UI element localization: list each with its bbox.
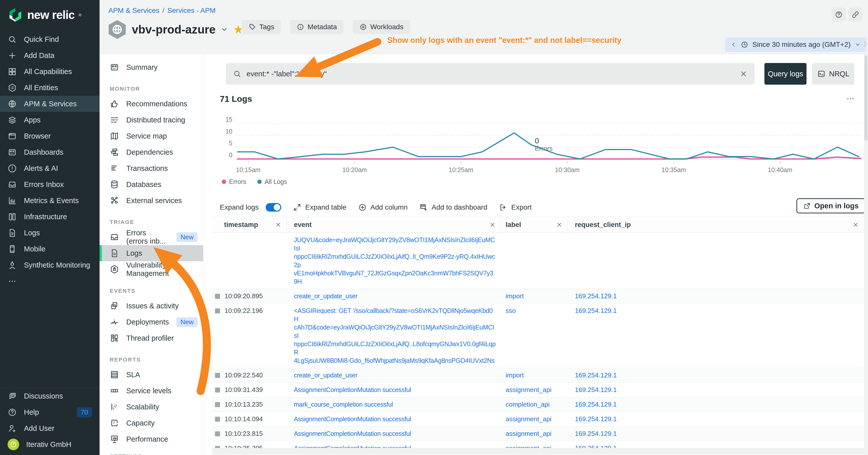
row-checkbox[interactable] [215, 388, 220, 392]
event-link[interactable]: <ASGIRequest: GET '/sso/callback/?state=… [287, 303, 501, 368]
sidebar-item-quick-find[interactable]: Quick Find [0, 31, 99, 47]
tags-button[interactable]: Tags [242, 20, 281, 34]
permalink-button[interactable] [848, 7, 863, 22]
sidebar-item-scalability[interactable]: Scalability [99, 399, 203, 415]
page-scrollbar-thumb[interactable] [865, 55, 868, 141]
sidebar-item-infrastructure[interactable]: Infrastructure [0, 208, 99, 225]
table-horizontal-scrollbar[interactable] [212, 448, 864, 455]
page-scrollbar[interactable] [864, 54, 868, 455]
label-link[interactable]: sso [501, 303, 568, 368]
sidebar-item-external-services[interactable]: External services [99, 193, 203, 208]
time-forward-icon[interactable] [861, 40, 868, 48]
row-checkbox[interactable] [215, 402, 220, 407]
sidebar-item-all-entities[interactable]: All Entities [0, 79, 99, 96]
table-row[interactable]: 10:09:20.895create_or_update_userimport1… [212, 289, 864, 303]
sidebar-item-more[interactable] [0, 273, 99, 289]
request-client-ip-link[interactable] [568, 233, 864, 289]
label-link[interactable]: assignment_api [501, 383, 568, 397]
sidebar-item-databases[interactable]: Databases [99, 176, 203, 193]
event-link[interactable]: AssignmentCompletionMutation successful [287, 412, 501, 426]
label-link[interactable]: assignment_api [501, 412, 568, 426]
sidebar-item-summary[interactable]: Summary [99, 59, 203, 75]
legend-item-all-logs[interactable]: All Logs [257, 178, 287, 186]
label-link[interactable]: assignment_api [501, 426, 568, 441]
remove-column-icon[interactable] [852, 222, 859, 228]
expand-table-button[interactable]: Expand table [293, 203, 346, 212]
sidebar-item-deployments[interactable]: DeploymentsNew [99, 314, 203, 330]
sidebar-item-all-capabilities[interactable]: All Capabilities [0, 64, 99, 79]
column-header-request_client_ip[interactable]: request_client_ip [568, 217, 864, 232]
expand-logs-toggle[interactable] [266, 203, 281, 212]
newrelic-logo[interactable]: new relic® [7, 7, 82, 23]
nrql-button[interactable]: NRQL [812, 63, 855, 85]
clear-query-icon[interactable] [740, 70, 747, 78]
sidebar-item-mobile[interactable]: Mobile [0, 241, 99, 257]
sidebar-item-recommendations[interactable]: Recommendations [99, 96, 203, 112]
legend-item-errors[interactable]: Errors [222, 178, 246, 186]
sidebar-item-synthetic-monitoring[interactable]: Synthetic Monitoring [0, 257, 99, 273]
row-checkbox[interactable] [215, 294, 220, 299]
column-header-label[interactable]: label [501, 217, 568, 232]
table-row[interactable]: JUQVU&code=eyJraWQiOiJjcGltY29yZV8wOTI1M… [212, 233, 864, 289]
sidebar-item-alerts-ai[interactable]: Alerts & AI [0, 160, 99, 176]
event-link[interactable]: mark_course_completion successful [287, 397, 501, 412]
remove-column-icon[interactable] [556, 222, 562, 228]
request-client-ip-link[interactable]: 169.254.129.1 [568, 289, 864, 303]
sidebar-item-apm-services[interactable]: APM & Services [0, 96, 99, 112]
sidebar-item-service-levels[interactable]: Service levels [99, 383, 203, 399]
sidebar-item-logs[interactable]: Logs [99, 245, 203, 261]
label-link[interactable] [501, 233, 568, 289]
sidebar-item-help[interactable]: Help70 [0, 404, 99, 420]
table-row[interactable]: 10:09:22.540create_or_update_userimport1… [212, 368, 864, 383]
log-query-input[interactable] [247, 70, 735, 78]
event-link[interactable]: JUQVU&code=eyJraWQiOiJjcGltY29yZV8wOTI1M… [287, 233, 501, 289]
event-link[interactable]: create_or_update_user [287, 368, 501, 383]
query-logs-button[interactable]: Query logs [765, 63, 806, 85]
sidebar-item-metrics-events[interactable]: Metrics & Events [0, 193, 99, 208]
request-client-ip-link[interactable]: 169.254.129.1 [568, 412, 864, 426]
workloads-button[interactable]: Workloads [353, 20, 410, 34]
sidebar-item-discussions[interactable]: Discussions [0, 388, 99, 404]
sidebar-item-service-map[interactable]: Service map [99, 128, 203, 144]
title-chevron-down-icon[interactable] [220, 26, 228, 33]
add-column-button[interactable]: Add column [358, 203, 408, 212]
sidebar-item-account[interactable]: Iterativ GmbH [0, 436, 99, 453]
row-checkbox[interactable] [215, 308, 220, 314]
row-checkbox[interactable] [215, 373, 220, 378]
table-row[interactable]: 10:10:14.094AssignmentCompletionMutation… [212, 412, 864, 426]
sidebar-item-capacity[interactable]: Capacity [99, 415, 203, 431]
request-client-ip-link[interactable]: 169.254.129.1 [568, 303, 864, 368]
help-button[interactable] [832, 7, 846, 22]
column-header-timestamp[interactable]: timestamp [212, 217, 287, 232]
event-link[interactable]: AssignmentCompletionMutation successful [287, 383, 501, 397]
remove-column-icon[interactable] [275, 222, 281, 228]
sidebar-item-logs[interactable]: Logs [0, 225, 99, 241]
sidebar-item-sla[interactable]: SLA [99, 366, 203, 383]
event-link[interactable]: AssignmentCompletionMutation successful [287, 426, 501, 441]
add-to-dashboard-button[interactable]: Add to dashboard [419, 203, 487, 212]
export-button[interactable]: Export [499, 203, 532, 212]
table-row[interactable]: 10:09:22.196<ASGIRequest: GET '/sso/call… [212, 303, 864, 368]
sidebar-item-issues-activity[interactable]: Issues & activity [99, 298, 203, 314]
sidebar-item-browser[interactable]: Browser [0, 128, 99, 144]
label-link[interactable]: import [501, 368, 568, 383]
label-link[interactable]: completion_api [501, 397, 568, 412]
open-in-logs-button[interactable]: Open in logs [797, 198, 866, 214]
event-link[interactable]: create_or_update_user [287, 289, 501, 303]
sidebar-item-add-user[interactable]: Add User [0, 420, 99, 436]
chart-menu-icon[interactable] [845, 94, 855, 103]
sidebar-item-dependencies[interactable]: Dependencies [99, 144, 203, 160]
table-row[interactable]: 10:10:23.815AssignmentCompletionMutation… [212, 426, 864, 441]
table-row[interactable]: 10:09:31.439AssignmentCompletionMutation… [212, 383, 864, 397]
sidebar-item-errors-inbox[interactable]: Errors (errors inb...New [99, 229, 203, 245]
column-header-event[interactable]: event [287, 217, 501, 232]
request-client-ip-link[interactable]: 169.254.129.1 [568, 426, 864, 441]
sidebar-item-performance[interactable]: Performance [99, 431, 203, 447]
request-client-ip-link[interactable]: 169.254.129.1 [568, 368, 864, 383]
metadata-button[interactable]: Metadata [290, 20, 343, 34]
breadcrumb-link-services[interactable]: Services - APM [167, 6, 216, 14]
breadcrumb-link-apm[interactable]: APM & Services [108, 6, 159, 14]
remove-column-icon[interactable] [489, 222, 496, 228]
row-checkbox[interactable] [215, 417, 220, 422]
row-checkbox[interactable] [215, 431, 220, 436]
